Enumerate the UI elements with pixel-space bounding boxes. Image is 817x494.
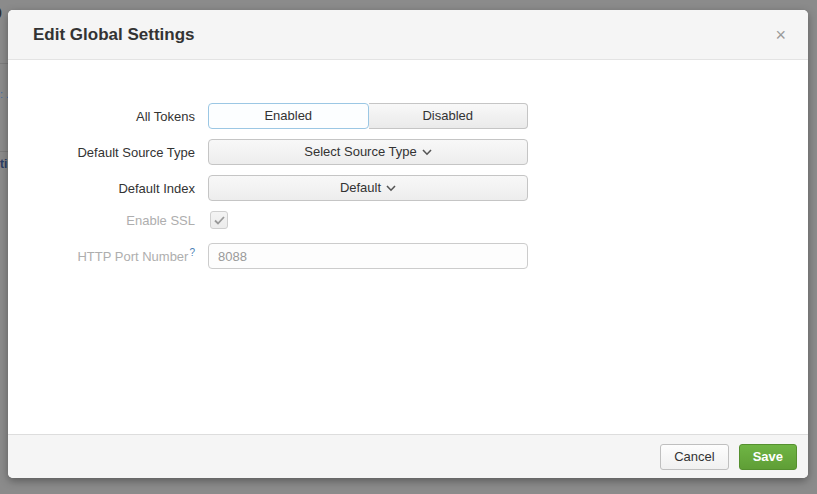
- default-index-label: Default Index: [8, 181, 195, 196]
- default-source-type-dropdown[interactable]: Select Source Type: [208, 139, 528, 165]
- background-divider: [0, 63, 8, 64]
- all-tokens-toggle: Enabled Disabled: [208, 103, 528, 129]
- default-index-dropdown[interactable]: Default: [208, 175, 528, 201]
- enable-ssl-label: Enable SSL: [8, 213, 195, 228]
- form-row-default-source-type: Default Source Type Select Source Type: [8, 139, 808, 165]
- all-tokens-disabled-button[interactable]: Disabled: [369, 103, 529, 129]
- default-source-type-label: Default Source Type: [8, 145, 195, 160]
- chevron-down-icon: [422, 140, 432, 164]
- dialog-body: All Tokens Enabled Disabled Default Sour…: [8, 60, 808, 269]
- checkmark-icon: [214, 216, 225, 225]
- dialog-title: Edit Global Settings: [8, 10, 808, 60]
- all-tokens-enabled-button[interactable]: Enabled: [208, 103, 369, 129]
- default-index-value: Default: [340, 180, 381, 195]
- form-row-enable-ssl: Enable SSL: [8, 211, 808, 229]
- background-divider: [0, 151, 8, 152]
- default-source-type-value: Select Source Type: [304, 144, 417, 159]
- dialog-header: Edit Global Settings ×: [8, 10, 808, 60]
- save-button[interactable]: Save: [739, 444, 797, 470]
- http-port-input: [208, 243, 528, 269]
- form-row-all-tokens: All Tokens Enabled Disabled: [8, 103, 808, 129]
- close-icon[interactable]: ×: [771, 10, 790, 60]
- dialog-footer: Cancel Save: [8, 434, 808, 478]
- edit-global-settings-dialog: Edit Global Settings × All Tokens Enable…: [8, 10, 808, 478]
- enable-ssl-checkbox: [210, 211, 228, 229]
- help-icon: ?: [189, 247, 195, 258]
- form-row-http-port: HTTP Port Number?: [8, 243, 808, 269]
- all-tokens-label: All Tokens: [8, 109, 195, 124]
- cancel-button[interactable]: Cancel: [660, 444, 728, 470]
- form-row-default-index: Default Index Default: [8, 175, 808, 201]
- chevron-down-icon: [386, 176, 396, 200]
- http-port-label: HTTP Port Number?: [8, 247, 195, 264]
